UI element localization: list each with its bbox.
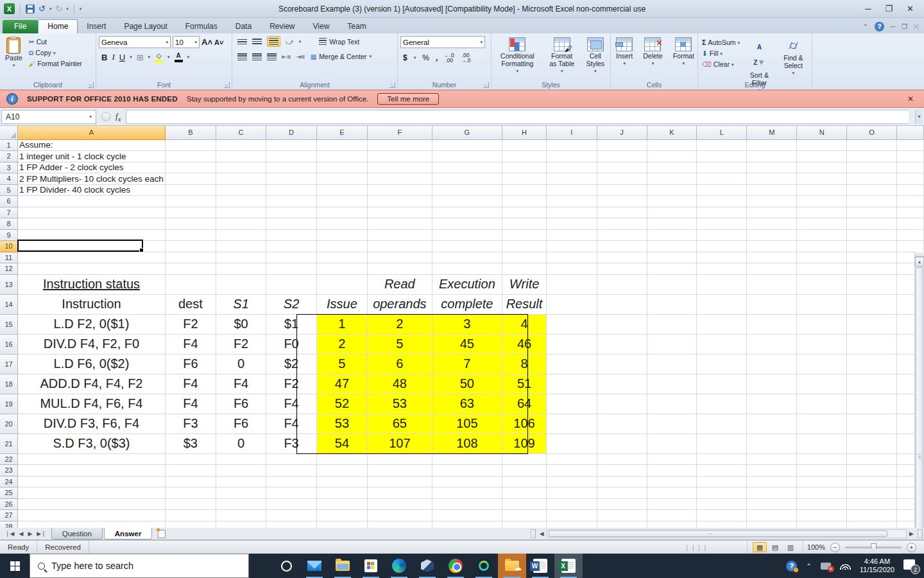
insert-cells-button[interactable]: Insert▾: [613, 36, 635, 79]
cell-M15[interactable]: [747, 314, 797, 334]
insert-function-icon[interactable]: fx: [116, 111, 121, 123]
cell-L20[interactable]: [697, 414, 747, 434]
taskbar-onedrive-folder[interactable]: ☁: [498, 554, 526, 578]
alignment-dialog-launcher-icon[interactable]: [389, 82, 395, 88]
cell-K23[interactable]: [647, 465, 697, 477]
grow-font-icon[interactable]: A˄: [201, 37, 212, 47]
cell-O14[interactable]: [847, 294, 897, 314]
cell-K16[interactable]: [647, 334, 697, 354]
cell-N11[interactable]: [797, 252, 847, 263]
column-header-H[interactable]: H: [502, 126, 547, 139]
cell-H9[interactable]: [502, 229, 547, 241]
cell-E5[interactable]: [316, 184, 367, 196]
cell-L1[interactable]: [697, 139, 747, 151]
cell-B14[interactable]: dest: [165, 294, 216, 314]
font-dialog-launcher-icon[interactable]: [224, 82, 230, 88]
cell-I9[interactable]: [546, 229, 597, 241]
cell-K19[interactable]: [647, 394, 697, 414]
clipboard-dialog-launcher-icon[interactable]: [88, 82, 94, 88]
help-icon[interactable]: ?: [875, 22, 884, 31]
cell-J5[interactable]: [597, 184, 647, 196]
cell-E17[interactable]: 5: [316, 354, 367, 374]
cell-L16[interactable]: [697, 334, 747, 354]
cell-B26[interactable]: [165, 498, 216, 510]
cell-H10[interactable]: [502, 241, 547, 252]
taskbar-webex[interactable]: [470, 554, 498, 578]
cell-G26[interactable]: [432, 498, 502, 510]
cell-N25[interactable]: [797, 487, 847, 499]
cell-C8[interactable]: [216, 218, 266, 230]
cell-M22[interactable]: [747, 453, 797, 465]
cell-G14[interactable]: complete: [432, 294, 502, 314]
cell-K21[interactable]: [647, 434, 697, 453]
cell-G3[interactable]: [432, 162, 502, 173]
cell-M8[interactable]: [747, 218, 797, 230]
notification-center-button[interactable]: 2: [903, 559, 918, 572]
cell-D15[interactable]: $1: [266, 314, 317, 334]
cell-I28[interactable]: [546, 521, 597, 528]
cell-A2[interactable]: 1 integer unit - 1 clock cycle: [18, 151, 166, 162]
cell-K14[interactable]: [647, 294, 697, 314]
vertical-split-handle[interactable]: [915, 252, 924, 257]
cell-C9[interactable]: [216, 229, 266, 241]
cell-A28[interactable]: [18, 521, 166, 528]
cell-M18[interactable]: [747, 374, 797, 394]
cell-N8[interactable]: [797, 218, 847, 230]
cell-G11[interactable]: [432, 252, 502, 263]
fill-color-icon[interactable]: ◇: [155, 53, 163, 62]
cell-A13[interactable]: Instruction status: [18, 274, 166, 294]
cell-H19[interactable]: 64: [502, 394, 547, 414]
cell-F12[interactable]: [368, 263, 432, 275]
cell-O27[interactable]: [847, 510, 897, 521]
taskbar-edge[interactable]: [385, 554, 413, 578]
collapse-ribbon-icon[interactable]: ⌃: [863, 23, 868, 30]
cell-K15[interactable]: [647, 314, 697, 334]
fill-button[interactable]: ⬇Fill▾: [701, 49, 741, 58]
horizontal-split-handle[interactable]: [918, 529, 923, 538]
cell-B13[interactable]: [165, 274, 216, 294]
cell-J17[interactable]: [597, 354, 647, 374]
cell-B17[interactable]: F6: [165, 354, 216, 374]
cell-C14[interactable]: S1: [216, 294, 266, 314]
cell-styles-button[interactable]: Cell Styles ▾: [583, 36, 608, 79]
cell-O8[interactable]: [847, 218, 897, 230]
cell-O26[interactable]: [847, 498, 897, 510]
format-painter-button[interactable]: 🖌Format Painter: [28, 59, 83, 69]
italic-icon[interactable]: I: [112, 52, 114, 62]
cell-L11[interactable]: [697, 252, 747, 263]
cell-J11[interactable]: [597, 252, 647, 263]
row-header-11[interactable]: 11: [0, 252, 18, 263]
sort-filter-button[interactable]: AZ▼ Sort & Filter▾: [745, 36, 774, 79]
cell-I10[interactable]: [546, 241, 597, 252]
cell-L25[interactable]: [697, 487, 747, 499]
cell-D20[interactable]: F4: [266, 414, 317, 434]
cell-F2[interactable]: [368, 151, 432, 162]
cell-O15[interactable]: [847, 314, 897, 334]
find-select-button[interactable]: ⌭ Find & Select▾: [778, 36, 809, 79]
cell-F28[interactable]: [368, 521, 432, 528]
cell-G4[interactable]: [432, 173, 502, 185]
cell-F14[interactable]: operands: [368, 294, 432, 314]
cell-I11[interactable]: [546, 252, 597, 263]
redo-icon[interactable]: ↻: [55, 4, 62, 13]
cell-B24[interactable]: [165, 476, 216, 487]
cell-I1[interactable]: [546, 139, 597, 151]
cell-K20[interactable]: [647, 414, 697, 434]
cell-I7[interactable]: [546, 207, 597, 218]
cell-I26[interactable]: [546, 498, 597, 510]
customize-qat-icon[interactable]: ▾: [80, 6, 82, 12]
cell-K2[interactable]: [647, 151, 697, 162]
cell-O23[interactable]: [847, 465, 897, 477]
cell-O12[interactable]: [847, 263, 897, 275]
cell-E16[interactable]: 2: [316, 334, 367, 354]
cell-N7[interactable]: [797, 207, 847, 218]
row-header-14[interactable]: 14: [0, 294, 18, 314]
cell-G12[interactable]: [432, 263, 502, 275]
column-header-J[interactable]: J: [597, 126, 647, 139]
row-header-17[interactable]: 17: [0, 354, 18, 374]
cell-N28[interactable]: [797, 521, 847, 528]
cell-F22[interactable]: [368, 453, 432, 465]
cell-F8[interactable]: [368, 218, 432, 230]
cell-F20[interactable]: 65: [368, 414, 432, 434]
cell-J16[interactable]: [597, 334, 647, 354]
